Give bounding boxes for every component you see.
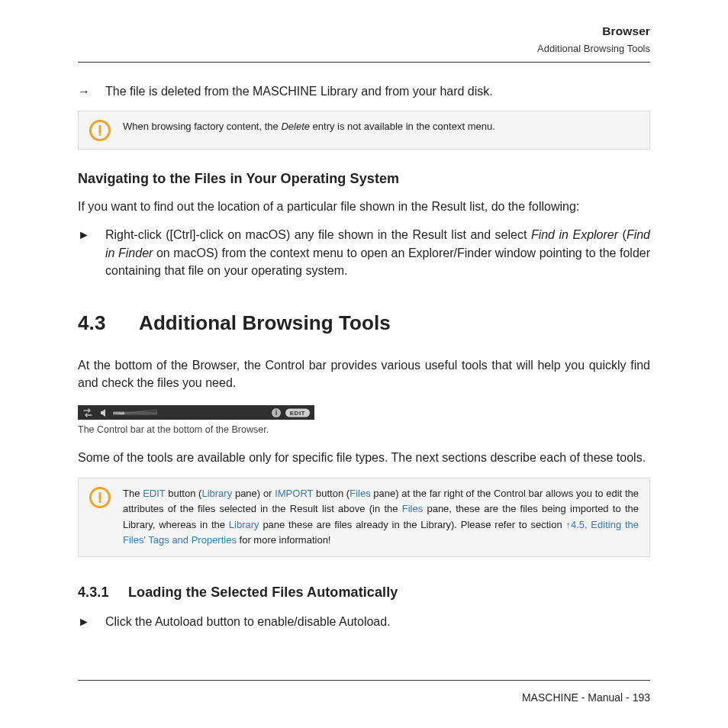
step-marker-icon: ► (78, 613, 105, 630)
info-icon: i (272, 408, 281, 417)
control-bar-figure: i EDIT The Control bar at the bottom of … (78, 405, 650, 435)
callout-edit-text: The EDIT button (Library pane) or IMPORT… (123, 486, 639, 549)
nav-step: ► Right-click ([Ctrl]-click on macOS) an… (78, 226, 650, 279)
link-files-1[interactable]: Files (350, 488, 370, 499)
warning-icon (89, 120, 111, 141)
link-edit[interactable]: EDIT (143, 488, 165, 499)
header-rule (78, 62, 650, 63)
section-number: 4.3 (78, 311, 139, 335)
sec43-p2: Some of the tools are available only for… (78, 449, 650, 466)
volume-slider (113, 410, 157, 416)
warning-icon (89, 487, 111, 508)
callout-edit: The EDIT button (Library pane) or IMPORT… (78, 478, 650, 557)
link-files-2[interactable]: Files (402, 503, 423, 514)
step-marker-icon: ► (78, 226, 105, 279)
header-title: Browser (78, 24, 650, 38)
page-header: Browser Additional Browsing Tools (78, 24, 650, 54)
section-title: Loading the Selected Files Automatically (128, 585, 398, 600)
sec431-step-text: Click the Autoload button to enable/disa… (105, 613, 650, 630)
control-bar: i EDIT (78, 405, 314, 420)
section-number: 4.3.1 (78, 585, 128, 601)
link-library-2[interactable]: Library (229, 519, 259, 530)
result-text: The file is deleted from the MASCHINE Li… (105, 82, 650, 100)
callout-delete: When browsing factory content, the Delet… (78, 111, 650, 150)
link-library-1[interactable]: Library (201, 488, 232, 499)
page-footer: MASCHINE - Manual - 193 (78, 680, 650, 704)
sec43-p1: At the bottom of the Browser, the Contro… (78, 356, 650, 391)
speaker-icon (99, 408, 108, 417)
edit-button: EDIT (285, 408, 310, 417)
footer-text: MASCHINE - Manual - 193 (78, 691, 650, 704)
control-bar-caption: The Control bar at the bottom of the Bro… (78, 424, 650, 435)
heading-4-3: 4.3Additional Browsing Tools (78, 311, 650, 335)
callout-delete-text: When browsing factory content, the Delet… (123, 119, 495, 135)
nav-intro: If you want to find out the location of … (78, 198, 650, 215)
result-arrow-icon: → (78, 82, 105, 100)
heading-navigating: Navigating to the Files in Your Operatin… (78, 171, 650, 187)
result-line: → The file is deleted from the MASCHINE … (78, 82, 650, 100)
autoload-icon (82, 408, 93, 417)
section-title: Additional Browsing Tools (139, 311, 391, 334)
link-import[interactable]: IMPORT (275, 488, 313, 499)
heading-4-3-1: 4.3.1Loading the Selected Files Automati… (78, 585, 650, 601)
footer-rule (78, 680, 650, 681)
nav-step-text: Right-click ([Ctrl]-click on macOS) any … (105, 226, 650, 279)
sec431-step: ► Click the Autoload button to enable/di… (78, 613, 650, 630)
header-subtitle: Additional Browsing Tools (78, 43, 650, 54)
